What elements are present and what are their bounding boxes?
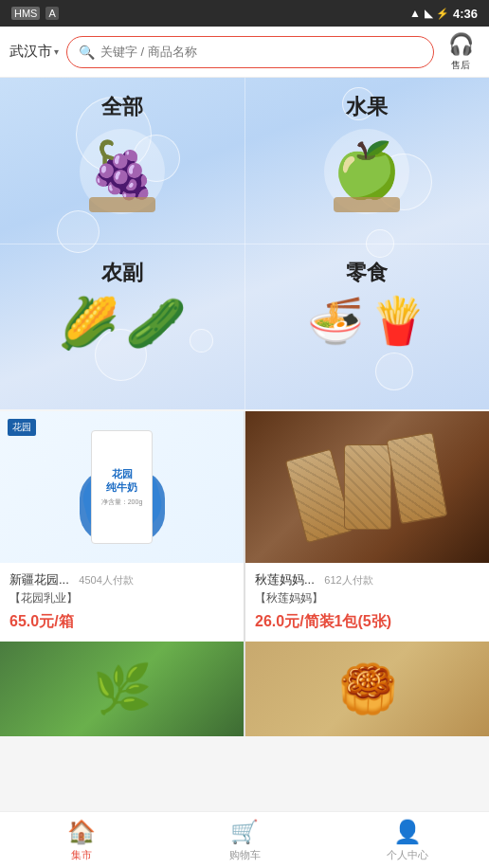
time-display: 4:36 — [453, 7, 478, 21]
category-snack-image: 🍜 🍟 — [307, 295, 426, 348]
bottom-products: 🌿 🥮 — [0, 642, 489, 736]
main-content: 全部 🍇 水果 🍏 农副 🌽 — [0, 78, 489, 811]
milk-brand-tag: 花园 — [8, 419, 36, 436]
cart-icon: 🛒 — [230, 819, 259, 845]
category-agri-label: 农副 — [101, 259, 143, 287]
city-selector[interactable]: 武汉市 ▾ — [9, 43, 59, 61]
product-brand-bread: 【秋莲妈妈】 — [255, 590, 480, 606]
profile-icon: 👤 — [393, 819, 422, 845]
search-icon: 🔍 — [79, 45, 95, 60]
nav-profile[interactable]: 👤 个人中心 — [326, 812, 489, 868]
headset-icon: 🎧 — [448, 32, 474, 57]
battery-icon: ⚡ — [436, 8, 449, 20]
bottom-product-pastry[interactable]: 🥮 — [245, 642, 489, 736]
search-bar[interactable]: 🔍 — [66, 36, 434, 68]
bottom-product-flower[interactable]: 🌿 — [0, 642, 244, 736]
nav-profile-label: 个人中心 — [387, 848, 428, 862]
products-grid: 花园 花园纯牛奶 净含量：200g 新疆花园... 4504人付款 — [0, 411, 489, 642]
category-grid: 全部 🍇 水果 🍏 农副 🌽 — [0, 78, 489, 409]
category-snack-label: 零食 — [346, 259, 388, 287]
after-sale-button[interactable]: 🎧 售后 — [442, 32, 480, 72]
nav-cart-label: 购物车 — [229, 848, 261, 862]
status-bar: HMS A ▲ ◣ ⚡ 4:36 — [0, 0, 489, 27]
signal-icon: ▲ — [409, 7, 421, 20]
product-image-milk: 花园 花园纯牛奶 净含量：200g — [0, 411, 244, 563]
category-all[interactable]: 全部 🍇 — [0, 78, 244, 244]
header: 武汉市 ▾ 🔍 🎧 售后 — [0, 27, 489, 78]
product-info-bread: 秋莲妈妈... 612人付款 【秋莲妈妈】 26.0元/简装1包(5张) — [245, 563, 489, 642]
product-title-bread: 秋莲妈妈... 612人付款 — [255, 570, 480, 588]
status-right-icons: ▲ ◣ ⚡ 4:36 — [409, 7, 478, 21]
category-all-image: 🍇 — [80, 129, 165, 214]
nav-market-label: 集市 — [71, 848, 92, 862]
a-icon: A — [45, 7, 58, 20]
category-agri[interactable]: 农副 🌽 🥒 — [0, 244, 244, 409]
chevron-down-icon: ▾ — [54, 46, 59, 57]
product-card-milk[interactable]: 花园 花园纯牛奶 净含量：200g 新疆花园... 4504人付款 — [0, 411, 244, 642]
pastry-product-image: 🥮 — [245, 642, 489, 736]
nav-market[interactable]: 🏠 集市 — [0, 812, 163, 868]
category-fruit[interactable]: 水果 🍏 — [244, 78, 489, 244]
nav-cart[interactable]: 🛒 购物车 — [163, 812, 326, 868]
product-image-bread — [245, 411, 489, 563]
product-price-milk: 65.0元/箱 — [9, 612, 234, 632]
category-fruit-image: 🍏 — [324, 129, 409, 214]
search-input[interactable] — [100, 45, 422, 59]
city-name: 武汉市 — [9, 43, 52, 61]
category-agri-image: 🌽 🥒 — [58, 295, 187, 353]
bottom-nav: 🏠 集市 🛒 购物车 👤 个人中心 — [0, 811, 489, 868]
category-fruit-label: 水果 — [346, 93, 388, 121]
product-card-bread[interactable]: 秋莲妈妈... 612人付款 【秋莲妈妈】 26.0元/简装1包(5张) — [245, 411, 489, 642]
status-left-icons: HMS A — [11, 7, 59, 20]
wifi-icon: ◣ — [425, 8, 432, 20]
category-snack[interactable]: 零食 🍜 🍟 — [244, 244, 489, 409]
flower-product-image: 🌿 — [0, 642, 244, 736]
hms-icon: HMS — [11, 7, 40, 20]
product-price-bread: 26.0元/简装1包(5张) — [255, 612, 480, 632]
market-icon: 🏠 — [67, 819, 96, 845]
product-brand-milk: 【花园乳业】 — [9, 590, 234, 606]
after-sale-label: 售后 — [451, 59, 470, 72]
product-title-milk: 新疆花园... 4504人付款 — [9, 570, 234, 588]
category-all-label: 全部 — [101, 93, 143, 121]
product-info-milk: 新疆花园... 4504人付款 【花园乳业】 65.0元/箱 — [0, 563, 244, 642]
